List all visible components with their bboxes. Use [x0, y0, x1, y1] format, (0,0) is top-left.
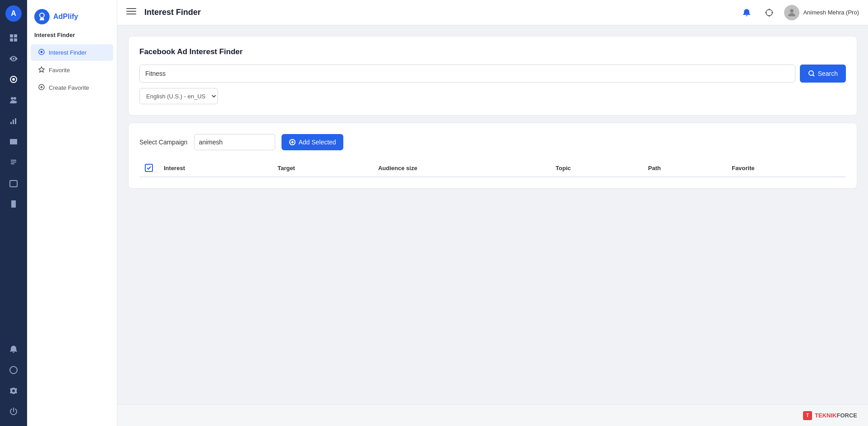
svg-rect-17 — [126, 11, 136, 12]
results-card: Select Campaign Add Selected — [128, 123, 857, 189]
svg-rect-9 — [10, 181, 17, 187]
svg-rect-0 — [10, 34, 13, 37]
topbar-right: Animesh Mehra (Pro) — [739, 5, 859, 20]
svg-rect-2 — [10, 38, 13, 42]
table-header-target: Target — [272, 159, 373, 177]
brand-logo-circle — [34, 9, 50, 24]
user-profile[interactable]: Animesh Mehra (Pro) — [784, 5, 859, 20]
icon-navigation: A — [0, 0, 27, 426]
nav-icon-reports[interactable] — [5, 195, 23, 213]
nav-icon-eye[interactable] — [5, 50, 23, 68]
svg-point-5 — [12, 78, 15, 81]
campaign-label: Select Campaign — [139, 139, 188, 146]
nav-icon-info[interactable] — [5, 361, 23, 379]
search-input[interactable] — [139, 65, 795, 83]
nav-icon-interest[interactable] — [5, 70, 23, 88]
teknikforce-brand: T TEKNIKFORCE — [803, 411, 857, 420]
create-favorite-icon — [38, 83, 45, 92]
campaign-input[interactable] — [194, 134, 275, 150]
svg-point-13 — [41, 51, 43, 53]
language-row: English (U.S.) - en_US English (UK) - en… — [139, 88, 846, 104]
sidebar-item-label-interest-finder: Interest Finder — [49, 49, 87, 56]
svg-marker-14 — [39, 67, 44, 72]
avatar — [784, 5, 799, 20]
svg-rect-1 — [14, 34, 17, 37]
add-selected-label: Add Selected — [299, 139, 336, 146]
teknikforce-icon: T — [803, 411, 812, 420]
svg-point-24 — [790, 9, 794, 13]
svg-point-11 — [40, 13, 44, 18]
language-select[interactable]: English (U.S.) - en_US English (UK) - en… — [139, 88, 218, 104]
sidebar-section-title: Interest Finder — [27, 32, 117, 44]
nav-icon-settings[interactable] — [5, 382, 23, 400]
search-button-label: Search — [818, 70, 838, 77]
svg-rect-8 — [15, 118, 16, 124]
sidebar-item-favorite[interactable]: Favorite — [31, 62, 113, 79]
nav-icon-power[interactable] — [5, 403, 23, 421]
sidebar-item-create-favorite[interactable]: Create Favorite — [31, 79, 113, 96]
teknikforce-highlight: TEKNIK — [815, 412, 836, 419]
nav-icon-calendar[interactable] — [5, 174, 23, 192]
svg-point-19 — [766, 9, 772, 16]
nav-icon-ad[interactable] — [5, 153, 23, 171]
brand-name: AdPlify — [53, 13, 78, 21]
table-header-topic: Topic — [550, 159, 643, 177]
app-logo-icon: A — [5, 5, 22, 22]
nav-icon-dashboard[interactable] — [5, 29, 23, 47]
main-content: Interest Finder Animesh Mehra (Pro) Face… — [117, 0, 868, 426]
svg-rect-6 — [10, 122, 12, 124]
table-header-row: Interest Target Audience size Topic Path — [139, 159, 846, 177]
crosshair-icon[interactable] — [762, 5, 777, 20]
nav-icon-analytics[interactable] — [5, 112, 23, 130]
sidebar: AdPlify Interest Finder Interest Finder … — [27, 0, 117, 426]
interest-finder-icon — [38, 48, 45, 57]
page-title: Interest Finder — [144, 8, 733, 17]
campaign-row: Select Campaign Add Selected — [139, 134, 846, 150]
sidebar-item-interest-finder[interactable]: Interest Finder — [31, 44, 113, 61]
nav-icon-mail[interactable] — [5, 133, 23, 151]
svg-point-10 — [10, 366, 17, 374]
table-header-favorite: Favorite — [726, 159, 846, 177]
sidebar-logo: AdPlify — [27, 9, 117, 32]
topbar: Interest Finder Animesh Mehra (Pro) — [117, 0, 868, 25]
nav-icon-audience[interactable] — [5, 91, 23, 109]
page-content-area: Facebook Ad Interest Finder Search Engli… — [117, 25, 868, 404]
table-header-interest: Interest — [158, 159, 272, 177]
svg-rect-18 — [126, 14, 136, 14]
nav-icon-bell[interactable] — [5, 340, 23, 358]
teknikforce-label: TEKNIKFORCE — [815, 412, 857, 419]
table-header-path: Path — [643, 159, 726, 177]
teknikforce-suffix: FORCE — [837, 412, 858, 419]
notification-bell-icon[interactable] — [739, 5, 754, 20]
results-table: Interest Target Audience size Topic Path — [139, 159, 846, 177]
search-card-title: Facebook Ad Interest Finder — [139, 47, 846, 56]
favorite-icon — [38, 66, 45, 74]
sidebar-item-label-create-favorite: Create Favorite — [49, 84, 89, 91]
search-card: Facebook Ad Interest Finder Search Engli… — [128, 36, 857, 116]
add-selected-button[interactable]: Add Selected — [282, 134, 343, 150]
search-row: Search — [139, 65, 846, 83]
search-button[interactable]: Search — [800, 65, 846, 83]
svg-rect-7 — [13, 120, 14, 124]
table-header-audience-size: Audience size — [373, 159, 550, 177]
svg-rect-16 — [126, 8, 136, 9]
user-name: Animesh Mehra (Pro) — [803, 9, 859, 16]
sidebar-item-label-favorite: Favorite — [49, 67, 70, 74]
select-all-checkbox[interactable] — [145, 164, 153, 172]
menu-toggle-icon[interactable] — [126, 6, 136, 19]
svg-line-26 — [813, 75, 814, 77]
svg-rect-3 — [14, 38, 17, 42]
table-header-checkbox — [139, 159, 158, 177]
page-footer: T TEKNIKFORCE — [117, 404, 868, 426]
